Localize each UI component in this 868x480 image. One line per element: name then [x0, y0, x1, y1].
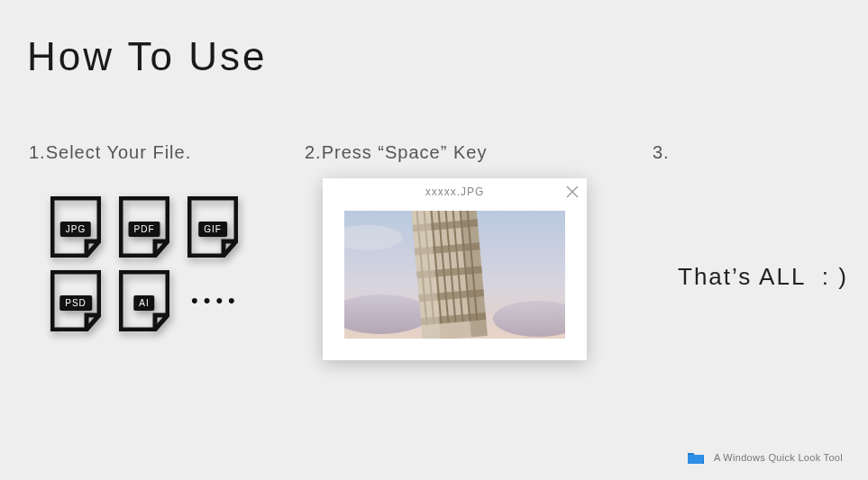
file-tag: PSD — [59, 295, 92, 311]
file-icon-gif: GIF — [187, 196, 238, 258]
step-3-label: 3. — [653, 142, 670, 163]
file-icon-jpg: JPG — [50, 196, 101, 258]
file-tag: JPG — [60, 222, 91, 237]
page-title: How To Use — [27, 34, 267, 79]
footer-tagline: A Windows Quick Look Tool — [714, 452, 843, 463]
step-1-label: 1.Select Your File. — [29, 142, 191, 163]
step-2-label: 2.Press “Space” Key — [305, 142, 487, 163]
file-icon-psd: PSD — [50, 270, 101, 331]
preview-image — [344, 211, 565, 339]
folder-icon — [687, 449, 705, 466]
more-dots: •••• — [187, 289, 241, 312]
preview-titlebar: xxxxx.JPG — [323, 178, 587, 205]
file-tag: AI — [133, 295, 154, 311]
preview-filename: xxxxx.JPG — [425, 186, 485, 198]
file-tag: GIF — [198, 222, 227, 237]
file-icon-ai: AI — [119, 270, 169, 331]
footer: A Windows Quick Look Tool — [687, 449, 843, 466]
close-icon[interactable] — [565, 185, 580, 199]
file-row-top: JPG PDF GIF — [50, 196, 241, 258]
file-tag: PDF — [129, 222, 160, 237]
step-3-message: That’s ALL : ) — [678, 263, 848, 291]
file-icon-pdf: PDF — [119, 196, 169, 258]
file-icons-grid: JPG PDF GIF PSD — [50, 196, 241, 344]
file-row-bottom: PSD AI •••• — [50, 270, 241, 331]
preview-window: xxxxx.JPG — [323, 178, 587, 360]
